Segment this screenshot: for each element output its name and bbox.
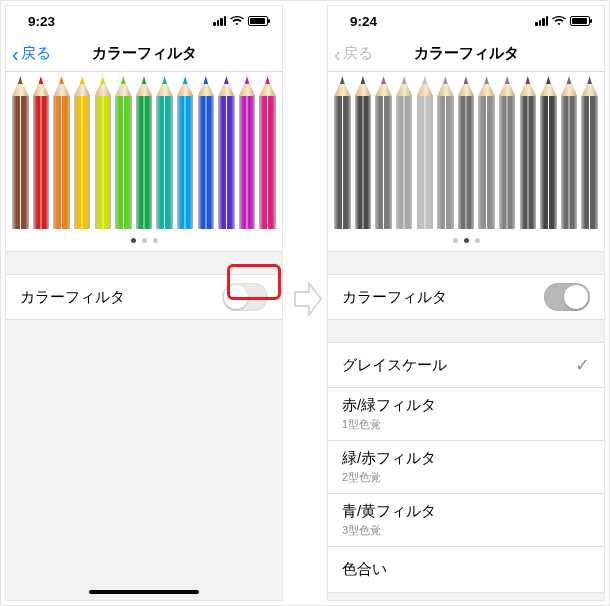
color-filter-switch[interactable] bbox=[544, 283, 590, 311]
empty-area bbox=[6, 320, 282, 600]
status-time: 9:23 bbox=[28, 14, 55, 29]
pencil bbox=[477, 72, 497, 229]
pencil bbox=[559, 72, 579, 229]
pager-dot bbox=[475, 238, 480, 243]
pencil bbox=[497, 72, 517, 229]
pencil bbox=[456, 72, 476, 229]
section-gap bbox=[328, 252, 604, 274]
pencil bbox=[134, 72, 154, 229]
pencil bbox=[394, 72, 414, 229]
option-label: 赤/緑フィルタ bbox=[342, 396, 436, 415]
toggle-label: カラーフィルタ bbox=[20, 288, 125, 307]
screenshot-before: 9:23 ‹ 戻る カラーフィルタ カラーフィルタ bbox=[5, 5, 283, 601]
option-label: 青/黄フィルタ bbox=[342, 502, 436, 521]
home-indicator[interactable] bbox=[89, 590, 199, 594]
pencil bbox=[258, 72, 278, 229]
wifi-icon bbox=[230, 16, 244, 26]
color-filter-switch[interactable] bbox=[222, 283, 268, 311]
pager-dot bbox=[131, 238, 136, 243]
pencil bbox=[518, 72, 538, 229]
wifi-icon bbox=[552, 16, 566, 26]
option-sublabel: 3型色覚 bbox=[342, 523, 436, 538]
page-title: カラーフィルタ bbox=[6, 44, 282, 63]
pager-dot bbox=[453, 238, 458, 243]
page-indicator bbox=[6, 229, 282, 251]
filter-option-row[interactable]: 緑/赤フィルタ2型色覚 bbox=[328, 441, 604, 494]
status-icons bbox=[535, 16, 590, 26]
pencil bbox=[93, 72, 113, 229]
section-gap bbox=[6, 252, 282, 274]
pencil bbox=[11, 72, 31, 229]
battery-icon bbox=[570, 16, 590, 26]
filter-option-row[interactable]: 赤/緑フィルタ1型色覚 bbox=[328, 388, 604, 441]
pencil bbox=[333, 72, 353, 229]
status-icons bbox=[213, 16, 268, 26]
status-bar: 9:24 bbox=[328, 6, 604, 36]
status-time: 9:24 bbox=[350, 14, 377, 29]
pencil bbox=[52, 72, 72, 229]
pencil bbox=[353, 72, 373, 229]
option-label: 色合い bbox=[342, 560, 387, 579]
option-sublabel: 1型色覚 bbox=[342, 417, 436, 432]
checkmark-icon: ✓ bbox=[575, 354, 590, 376]
pencil bbox=[237, 72, 257, 229]
empty-area bbox=[328, 593, 604, 600]
pencil bbox=[114, 72, 134, 229]
filter-option-row[interactable]: グレイスケール✓ bbox=[328, 342, 604, 388]
pencil bbox=[175, 72, 195, 229]
pencil bbox=[436, 72, 456, 229]
pencil bbox=[539, 72, 559, 229]
option-label: グレイスケール bbox=[342, 356, 447, 375]
section-gap bbox=[328, 320, 604, 342]
toggle-label: カラーフィルタ bbox=[342, 288, 447, 307]
pencil bbox=[374, 72, 394, 229]
nav-bar: ‹ 戻る カラーフィルタ bbox=[328, 36, 604, 72]
pencil bbox=[72, 72, 92, 229]
page-indicator bbox=[328, 229, 604, 251]
pager-dot bbox=[464, 238, 469, 243]
pencil bbox=[415, 72, 435, 229]
pencil-preview[interactable] bbox=[328, 72, 604, 252]
pencil bbox=[196, 72, 216, 229]
option-sublabel: 2型色覚 bbox=[342, 470, 436, 485]
cellular-icon bbox=[535, 16, 548, 26]
pencil bbox=[155, 72, 175, 229]
pager-dot bbox=[153, 238, 158, 243]
pencil-preview[interactable] bbox=[6, 72, 282, 252]
color-filter-toggle-row: カラーフィルタ bbox=[328, 274, 604, 320]
status-bar: 9:23 bbox=[6, 6, 282, 36]
option-label: 緑/赤フィルタ bbox=[342, 449, 436, 468]
page-title: カラーフィルタ bbox=[328, 44, 604, 63]
nav-bar: ‹ 戻る カラーフィルタ bbox=[6, 36, 282, 72]
pencil bbox=[217, 72, 237, 229]
pencil bbox=[580, 72, 600, 229]
pager-dot bbox=[142, 238, 147, 243]
filter-option-row[interactable]: 色合い bbox=[328, 547, 604, 593]
pencil bbox=[31, 72, 51, 229]
filter-option-row[interactable]: 青/黄フィルタ3型色覚 bbox=[328, 494, 604, 547]
cellular-icon bbox=[213, 16, 226, 26]
screenshot-after: 9:24 ‹ 戻る カラーフィルタ カラーフィルタ グレイスケール✓赤/緑フィル… bbox=[327, 5, 605, 601]
color-filter-toggle-row: カラーフィルタ bbox=[6, 274, 282, 320]
arrow-icon bbox=[293, 281, 323, 321]
battery-icon bbox=[248, 16, 268, 26]
